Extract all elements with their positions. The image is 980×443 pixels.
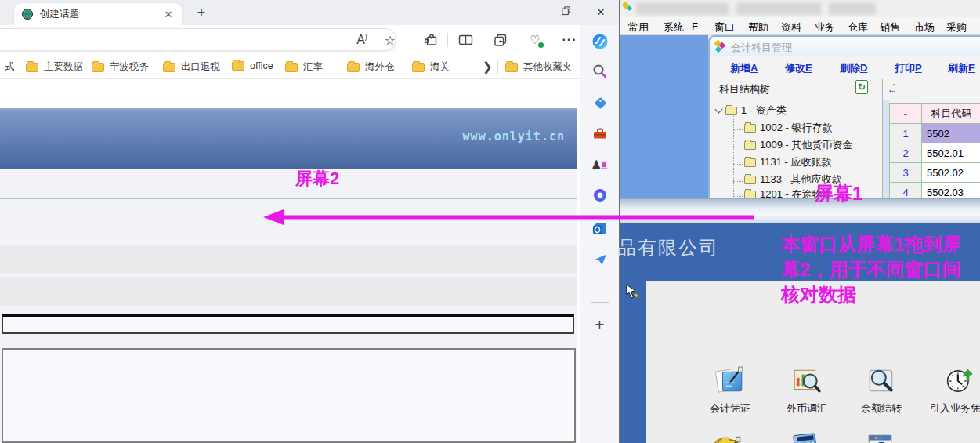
bookmark-folder[interactable]: 宁波税务 [92,60,149,74]
module-label: 余额结转 [844,401,919,416]
read-aloud-icon[interactable]: A) [352,31,372,49]
browser-toolbar: A) ☆ ♡ ··· [0,25,619,55]
browser-essentials-icon[interactable]: ♡ [525,31,545,49]
module-label: 会计凭证 [693,401,768,416]
window-minimize-button[interactable]: — [517,4,541,21]
favorite-star-icon[interactable]: ☆ [380,31,400,49]
subject-window-titlebar[interactable]: 会计科目管理 [710,37,980,56]
module-accounting-voucher[interactable]: 会计凭证 [693,366,768,416]
delete-button[interactable]: 删除D [840,61,867,75]
bookmark-folder[interactable]: office [232,60,273,71]
browser-window: 创建话题 ✕ + — ✕ A) ☆ [0,0,619,443]
refresh-tree-icon[interactable]: ↻ [855,80,868,94]
table-row-number[interactable]: 3 [889,162,922,183]
outlook-icon[interactable] [591,220,609,238]
new-tab-button[interactable]: + [193,4,210,21]
module-balance-carryover[interactable]: 余额结转 [844,366,919,416]
module-import-voucher[interactable]: 引入业务凭证 [923,366,980,416]
bookmarks-overflow-chevron-icon[interactable]: ❯ [483,60,493,74]
tree-label: 科目结构树 [719,82,770,96]
bookmark-item[interactable]: 式 [5,60,15,74]
tree-node[interactable]: 1131 - 应收账款 [744,155,832,169]
table-cell[interactable]: 5502.02 [921,162,980,183]
more-options-icon[interactable]: ··· [559,31,580,49]
menu-data[interactable]: 资料 [781,20,801,34]
bookmark-folder[interactable]: 汇率 [285,60,323,74]
bookmark-folder[interactable]: 出口退税 [163,60,220,74]
menu-common[interactable]: 常用 [628,20,649,34]
balance-icon [866,366,896,396]
refresh-button[interactable]: 刷新F [948,61,975,75]
bookmark-folder[interactable]: 海关 [412,60,450,74]
module-financial-report[interactable]: 财务报告 [843,432,918,443]
table-row-number[interactable]: 1 [889,123,922,143]
company-window-panel: 会计凭证 外币调汇 [646,281,980,443]
menu-market[interactable]: 市场 [914,20,935,34]
tree-node[interactable]: 1002 - 银行存款 [744,121,832,135]
window-edge-bar[interactable] [620,198,980,223]
menu-purchase[interactable]: 采购 [946,20,967,34]
company-window: 品有限公司 会计凭证 [620,223,980,443]
app-menu-bar: 常用 系统 F 窗口 帮助 资料 业务 仓库 销售 市场 采购 [620,17,980,35]
swap-columns-icon[interactable]: →← [888,80,897,93]
forex-icon [792,366,822,396]
module-ledger-query[interactable]: 账簿查询 [690,432,765,443]
extensions-icon[interactable] [421,31,442,49]
browser-tab[interactable]: 创建话题 ✕ [14,3,182,25]
collections-icon[interactable] [490,31,511,49]
menu-business[interactable]: 业务 [815,20,835,34]
module-forex-adjust[interactable]: 外币调汇 [769,366,844,416]
bookmark-folder[interactable]: 主要数据 [26,60,83,74]
copilot-icon[interactable] [591,32,609,51]
add-button[interactable]: 新增A [730,61,758,75]
edit-button[interactable]: 修改E [785,61,812,75]
bookmarks-bar: 式 主要数据 宁波税务 出口退税 office 汇率 海外仓 海关 ❯ 其他收藏… [0,55,619,79]
company-window-titlebar[interactable]: 品有限公司 [620,223,980,281]
menu-window[interactable]: 窗口 [714,20,735,34]
table-row-number[interactable]: 2 [889,143,922,163]
tree-node[interactable]: 1009 - 其他货币资金 [744,138,852,152]
search-icon[interactable] [591,62,609,81]
window-restore-button[interactable] [554,4,577,21]
chevron-down-icon[interactable] [715,105,723,113]
menu-f[interactable]: F [692,20,698,32]
tab-strip: 创建话题 ✕ + — ✕ [0,0,619,25]
folder-icon [26,63,38,72]
ledger-icon [713,432,743,443]
drop-send-icon[interactable] [591,250,609,269]
toolbox-icon[interactable] [591,124,609,143]
print-button[interactable]: 打印P [895,61,922,75]
title-input[interactable] [2,314,574,334]
menu-sales[interactable]: 销售 [880,20,900,34]
shopping-tag-icon[interactable] [591,93,609,112]
tree-folder-icon [744,158,756,167]
body-textarea[interactable] [2,348,576,443]
table-row-number[interactable]: 4 [889,182,922,198]
menu-warehouse[interactable]: 仓库 [848,20,868,34]
subject-window-title: 会计科目管理 [731,41,792,55]
split-screen-icon[interactable] [455,31,476,49]
address-bar[interactable]: A) ☆ [0,28,396,51]
bookmark-folder[interactable]: 海外仓 [347,60,395,74]
bookmark-other-favorites[interactable]: 其他收藏夹 [505,60,573,74]
page-divider [0,198,577,199]
filter-input-line[interactable] [922,96,980,98]
sidebar-add-icon[interactable]: + [595,315,604,334]
menu-system[interactable]: 系统 [664,20,684,34]
tree-node[interactable]: 1133 - 其他应收款 [744,172,842,187]
games-icon[interactable]: ♟♜ [591,155,609,174]
microsoft-365-icon[interactable] [591,186,609,205]
tree-node-root[interactable]: 1 - 资产类 [716,103,787,118]
menu-help[interactable]: 帮助 [748,20,768,34]
tree-node[interactable]: 1201 - 在途物资 [744,187,832,198]
table-cell[interactable]: 5502.01 [921,143,980,163]
window-close-button[interactable]: ✕ [589,4,613,21]
tree-guide-stub [733,181,743,182]
desktop-blue-panel [620,35,708,198]
table-cell[interactable]: 5502.03 [921,182,980,198]
tab-close-icon[interactable]: ✕ [162,9,175,20]
module-voucher-report[interactable]: 凭证报表 [768,432,843,443]
module-label: 外币调汇 [769,401,844,416]
table-cell-selected[interactable]: 5502 [921,123,980,143]
tree-folder-icon [744,176,756,184]
